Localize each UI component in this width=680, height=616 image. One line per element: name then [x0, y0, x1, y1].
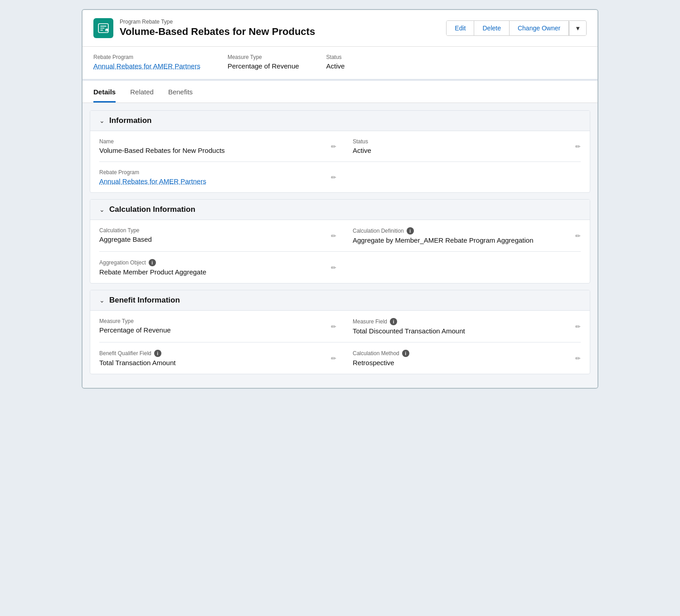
field-status-label: Status — [353, 138, 581, 145]
field-status-value: Active — [353, 147, 581, 154]
info-rebate-program-label: Rebate Program — [93, 54, 200, 60]
benefit-chevron-icon: ⌄ — [99, 297, 105, 304]
calculation-row-1: Calculation Type Aggregate Based ✏ Calcu… — [99, 220, 581, 252]
field-measure-type-value: Percentage of Revenue — [99, 326, 327, 334]
info-status-value: Active — [326, 62, 345, 70]
header-title-block: Program Rebate Type Volume-Based Rebates… — [120, 19, 315, 38]
information-chevron-icon: ⌄ — [99, 117, 105, 124]
field-calculation-method-edit-icon[interactable]: ✏ — [575, 355, 581, 362]
field-rebate-program: Rebate Program Annual Rebates for AMER P… — [99, 162, 345, 192]
tab-benefits[interactable]: Benefits — [168, 81, 193, 103]
field-aggregation-object: Aggregation Object i Rebate Member Produ… — [99, 252, 345, 283]
field-status: Status Active ✏ — [345, 131, 581, 162]
calculation-row-2: Aggregation Object i Rebate Member Produ… — [99, 252, 581, 283]
field-empty-right — [345, 162, 581, 192]
calculation-chevron-icon: ⌄ — [99, 206, 105, 213]
information-section-title: Information — [109, 116, 152, 125]
benefit-section: ⌄ Benefit Information Measure Type Perce… — [90, 290, 590, 374]
header-section: $ Program Rebate Type Volume-Based Rebat… — [83, 10, 597, 47]
calculation-section-body: Calculation Type Aggregate Based ✏ Calcu… — [90, 220, 590, 283]
page-title: Volume-Based Rebates for New Products — [120, 26, 315, 38]
page-wrapper: $ Program Rebate Type Volume-Based Rebat… — [82, 9, 598, 389]
info-rebate-program: Rebate Program Annual Rebates for AMER P… — [93, 54, 200, 70]
benefit-row-2: Benefit Qualifier Field i Total Transact… — [99, 342, 581, 374]
field-calculation-type: Calculation Type Aggregate Based ✏ — [99, 220, 345, 252]
field-measure-field-label: Measure Field i — [353, 318, 581, 325]
field-rebate-program-label: Rebate Program — [99, 169, 327, 176]
field-benefit-qualifier-edit-icon[interactable]: ✏ — [331, 355, 336, 362]
calculation-section-header: ⌄ Calculation Information — [90, 200, 590, 220]
field-name-value: Volume-Based Rebates for New Products — [99, 147, 327, 154]
field-benefit-qualifier-label: Benefit Qualifier Field i — [99, 350, 327, 357]
info-status: Status Active — [326, 54, 345, 70]
info-measure-type: Measure Type Percentage of Revenue — [228, 54, 299, 70]
field-measure-type-label: Measure Type — [99, 318, 327, 324]
dropdown-button[interactable]: ▼ — [569, 21, 586, 35]
header-subtitle: Program Rebate Type — [120, 19, 315, 25]
edit-button[interactable]: Edit — [447, 21, 474, 35]
field-calculation-type-edit-icon[interactable]: ✏ — [331, 232, 336, 240]
tabs-section: Details Related Benefits — [83, 81, 597, 103]
field-measure-field-value: Total Discounted Transaction Amount — [353, 327, 581, 335]
calculation-method-info-icon[interactable]: i — [402, 350, 409, 357]
field-benefit-qualifier-value: Total Transaction Amount — [99, 359, 327, 367]
information-row-2: Rebate Program Annual Rebates for AMER P… — [99, 162, 581, 192]
field-measure-type: Measure Type Percentage of Revenue ✏ — [99, 311, 345, 342]
field-measure-field-edit-icon[interactable]: ✏ — [575, 323, 581, 330]
content-area: ⌄ Information Name Volume-Based Rebates … — [83, 103, 597, 388]
information-section-header: ⌄ Information — [90, 111, 590, 131]
benefit-section-title: Benefit Information — [109, 296, 180, 305]
app-icon: $ — [93, 18, 113, 38]
field-status-edit-icon[interactable]: ✏ — [575, 143, 581, 150]
field-measure-field: Measure Field i Total Discounted Transac… — [345, 311, 581, 342]
field-benefit-qualifier: Benefit Qualifier Field i Total Transact… — [99, 342, 345, 374]
field-calculation-definition-edit-icon[interactable]: ✏ — [575, 232, 581, 240]
field-aggregation-object-edit-icon[interactable]: ✏ — [331, 264, 336, 271]
rebate-icon: $ — [97, 22, 109, 34]
header-left: $ Program Rebate Type Volume-Based Rebat… — [93, 18, 315, 38]
svg-text:$: $ — [106, 30, 107, 33]
field-calculation-definition-value: Aggregate by Member_AMER Rebate Program … — [353, 236, 581, 244]
field-aggregation-object-label: Aggregation Object i — [99, 259, 327, 266]
information-section-body: Name Volume-Based Rebates for New Produc… — [90, 131, 590, 192]
info-bar: Rebate Program Annual Rebates for AMER P… — [83, 47, 597, 81]
header-actions: Edit Delete Change Owner ▼ — [446, 20, 587, 36]
field-measure-type-edit-icon[interactable]: ✏ — [331, 323, 336, 330]
field-calculation-type-label: Calculation Type — [99, 227, 327, 234]
field-calculation-method-value: Retrospective — [353, 359, 581, 367]
field-rebate-program-value[interactable]: Annual Rebates for AMER Partners — [99, 177, 327, 185]
field-name: Name Volume-Based Rebates for New Produc… — [99, 131, 345, 162]
field-calculation-method-label: Calculation Method i — [353, 350, 581, 357]
delete-button[interactable]: Delete — [474, 21, 509, 35]
info-status-label: Status — [326, 54, 345, 60]
field-aggregation-object-value: Rebate Member Product Aggregate — [99, 268, 327, 276]
tab-related[interactable]: Related — [130, 81, 154, 103]
info-rebate-program-value[interactable]: Annual Rebates for AMER Partners — [93, 62, 200, 70]
field-calculation-definition-label: Calculation Definition i — [353, 227, 581, 235]
measure-field-info-icon[interactable]: i — [390, 318, 397, 325]
info-measure-type-label: Measure Type — [228, 54, 299, 60]
information-row-1: Name Volume-Based Rebates for New Produc… — [99, 131, 581, 162]
benefit-section-body: Measure Type Percentage of Revenue ✏ Mea… — [90, 311, 590, 374]
field-calculation-type-value: Aggregate Based — [99, 235, 327, 243]
benefit-qualifier-info-icon[interactable]: i — [154, 350, 161, 357]
change-owner-button[interactable]: Change Owner — [510, 21, 569, 35]
benefit-section-header: ⌄ Benefit Information — [90, 290, 590, 311]
field-calculation-definition: Calculation Definition i Aggregate by Me… — [345, 220, 581, 252]
tab-details[interactable]: Details — [93, 81, 116, 103]
information-section: ⌄ Information Name Volume-Based Rebates … — [90, 110, 590, 193]
field-calc-empty-right — [345, 252, 581, 283]
field-rebate-program-edit-icon[interactable]: ✏ — [331, 174, 336, 181]
calculation-definition-info-icon[interactable]: i — [407, 227, 414, 235]
field-name-edit-icon[interactable]: ✏ — [331, 143, 336, 150]
info-measure-type-value: Percentage of Revenue — [228, 62, 299, 70]
calculation-section-title: Calculation Information — [109, 205, 195, 214]
calculation-section: ⌄ Calculation Information Calculation Ty… — [90, 199, 590, 284]
field-calculation-method: Calculation Method i Retrospective ✏ — [345, 342, 581, 374]
aggregation-object-info-icon[interactable]: i — [149, 259, 156, 266]
benefit-row-1: Measure Type Percentage of Revenue ✏ Mea… — [99, 311, 581, 342]
field-name-label: Name — [99, 138, 327, 145]
